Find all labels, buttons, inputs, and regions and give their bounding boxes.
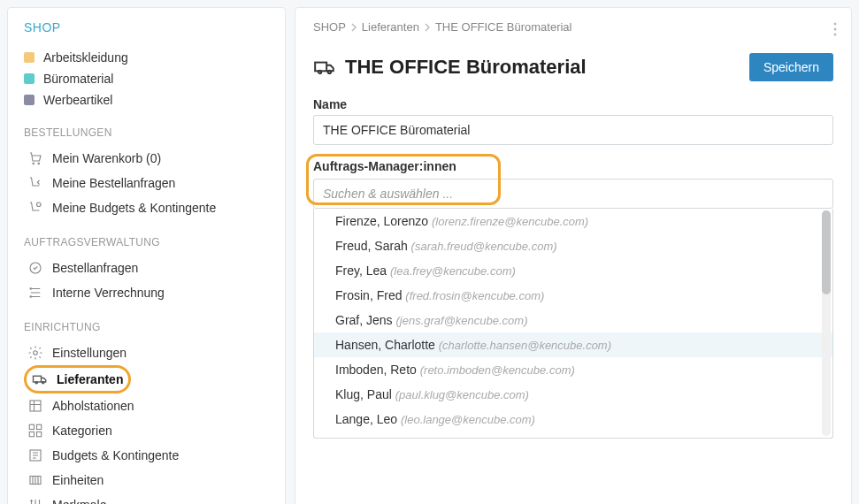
svg-rect-13 [29,432,34,437]
truck-icon [313,56,336,79]
nav-attributes[interactable]: Merkmale [24,493,269,504]
nav-label: Merkmale [52,498,106,504]
nav-settings[interactable]: Einstellungen [24,340,269,365]
section-heading: AUFTRAGSVERWALTUNG [24,236,269,248]
request-icon [27,175,43,191]
dropdown-option[interactable]: Graf, Jens (jens.graf@kencube.com) [314,308,832,332]
nav-label: Budgets & Kontingente [52,448,179,462]
budget-icon [27,200,43,216]
chevron-right-icon [351,23,357,32]
nav-label: Einheiten [52,473,104,487]
categories-icon [27,423,43,439]
svg-point-18 [834,28,837,31]
swatch-icon [24,73,35,84]
billing-icon [27,285,43,301]
svg-point-22 [328,71,331,73]
svg-rect-20 [315,63,326,72]
save-button[interactable]: Speichern [749,53,833,81]
budget-icon [27,447,43,463]
svg-point-8 [35,382,37,384]
nav-units[interactable]: Einheiten [24,468,269,493]
nav-label: Kategorien [52,424,112,438]
breadcrumb: SHOP Lieferanten THE OFFICE Büromaterial [313,20,833,34]
attributes-icon [27,497,43,504]
order-managers-label: Auftrags-Manager:innen [313,159,456,173]
nav-label: Interne Verrechnung [52,286,165,300]
nav-suppliers[interactable]: Lieferanten [32,370,123,389]
nav-label: Abholstationen [52,399,134,413]
category-label: Arbeitskleidung [43,50,128,65]
scrollbar[interactable] [822,210,831,436]
nav-label: Einstellungen [52,346,127,360]
active-highlight: Lieferanten [24,365,131,393]
dropdown-option[interactable]: Firenze, Lorenzo (lorenz.firenze@kencube… [314,209,832,233]
svg-point-6 [34,351,38,355]
nav-cart[interactable]: Mein Warenkorb (0) [24,146,269,171]
sidebar: SHOP Arbeitskleidung Büromaterial Werbea… [7,7,286,504]
dropdown-option[interactable]: Klug, Paul (paul.klug@kencube.com) [314,382,832,407]
truck-icon [32,371,48,387]
nav-requests[interactable]: Bestellanfragen [24,256,269,280]
station-icon [27,398,43,414]
svg-point-21 [318,71,321,73]
kebab-menu[interactable] [833,22,837,36]
svg-rect-14 [37,432,42,437]
nav-label: Bestellanfragen [52,261,138,275]
category-item[interactable]: Arbeitskleidung [24,47,269,68]
section-heading: EINRICHTUNG [24,321,269,333]
chevron-right-icon [425,23,430,32]
dropdown-option[interactable]: Frosin, Fred (fred.frosin@kencube.com) [314,283,832,308]
breadcrumb-item[interactable]: THE OFFICE Büromaterial [435,20,572,34]
nav-label: Lieferanten [57,372,123,386]
breadcrumb-item[interactable]: SHOP [313,20,346,34]
nav-internal-billing[interactable]: Interne Verrechnung [24,280,269,305]
breadcrumb-item[interactable]: Lieferanten [362,20,419,34]
svg-rect-10 [30,401,41,411]
dropdown-option[interactable]: Frey, Lea (lea.frey@kencube.com) [314,258,832,283]
dropdown-option[interactable]: Imboden, Reto (reto.imboden@kencube.com) [314,357,832,382]
svg-point-0 [33,163,35,164]
main-panel: SHOP Lieferanten THE OFFICE Büromaterial… [295,7,852,504]
units-icon [27,472,43,488]
shop-heading[interactable]: SHOP [24,20,269,34]
nav-label: Meine Budgets & Kontingente [52,201,216,215]
name-label: Name [313,97,833,111]
request-icon [27,260,43,276]
svg-rect-12 [37,424,42,429]
page-title-text: THE OFFICE Büromaterial [345,56,587,79]
order-managers-dropdown: Firenze, Lorenzo (lorenz.firenze@kencube… [313,209,833,439]
svg-point-9 [42,382,44,384]
swatch-icon [24,52,35,63]
svg-rect-7 [34,376,42,382]
nav-my-requests[interactable]: Meine Bestellanfragen [24,171,269,195]
dropdown-option[interactable]: Lange, Leo (leo.lange@kencube.com) [314,407,832,431]
svg-rect-11 [29,424,34,429]
swatch-icon [24,95,35,105]
cart-icon [27,150,43,166]
nav-pickup-stations[interactable]: Abholstationen [24,393,269,418]
svg-point-1 [38,163,40,164]
scrollbar-thumb[interactable] [822,210,831,294]
category-label: Büromaterial [43,72,113,86]
section-heading: BESTELLUNGEN [24,126,269,139]
dropdown-option[interactable]: Hansen, Charlotte (charlotte.hansen@kenc… [314,332,832,357]
dropdown-option[interactable]: Lindt, Urs (urs.lindt@kencube.com) [314,431,832,439]
svg-point-19 [834,34,837,36]
category-item[interactable]: Werbeartikel [24,89,269,111]
nav-categories[interactable]: Kategorien [24,418,269,443]
gear-icon [27,345,43,361]
nav-label: Meine Bestellanfragen [52,176,175,190]
dropdown-option[interactable]: Freud, Sarah (sarah.freud@kencube.com) [314,233,832,258]
page-title: THE OFFICE Büromaterial [313,56,587,79]
svg-point-2 [37,202,42,207]
svg-point-17 [834,23,837,26]
nav-budgets[interactable]: Budgets & Kontingente [24,443,269,468]
order-managers-search-input[interactable] [313,179,833,209]
nav-label: Mein Warenkorb (0) [52,151,161,165]
category-label: Werbeartikel [43,93,112,107]
nav-my-budgets[interactable]: Meine Budgets & Kontingente [24,195,269,220]
category-item[interactable]: Büromaterial [24,68,269,89]
name-input[interactable] [313,115,833,145]
